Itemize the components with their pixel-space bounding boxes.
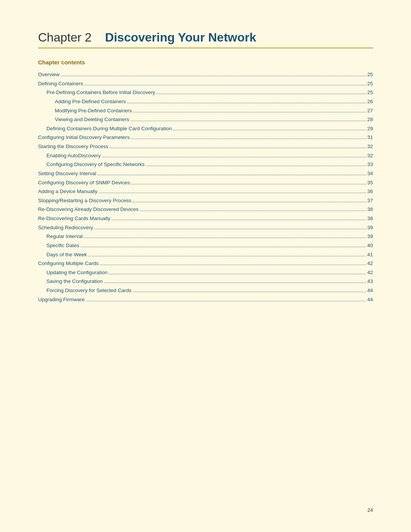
toc-dots <box>140 211 366 211</box>
toc-entry[interactable]: Configuring Initial Discovery Parameters… <box>38 133 373 142</box>
toc-entry-text: Updating the Configuration <box>46 268 108 277</box>
toc-entry[interactable]: Overview25 <box>38 70 373 79</box>
toc-entry[interactable]: Days of the Week41 <box>38 250 373 259</box>
toc-page-number: 33 <box>367 160 373 169</box>
toc-dots <box>110 148 366 148</box>
toc-dots <box>173 130 366 130</box>
toc-dots <box>133 112 366 112</box>
toc-entry-text: Adding Pre-Defined Containers <box>55 97 126 106</box>
toc-page-number: 31 <box>367 133 373 142</box>
toc-dots <box>131 121 366 121</box>
toc-dots <box>112 220 366 220</box>
toc-page-number: 28 <box>367 115 373 124</box>
toc-entry-text: Setting Discovery Interval <box>38 169 96 178</box>
toc-entry-text: Enabling AutoDiscovery <box>46 151 101 160</box>
toc-entry-text: Configuring Multiple Cards <box>38 259 99 268</box>
toc-page-number: 39 <box>367 223 373 232</box>
toc-entry[interactable]: Regular Interval39 <box>38 232 373 241</box>
toc-entry[interactable]: Adding Pre-Defined Containers26 <box>38 97 373 106</box>
chapter-prefix: Chapter 2 <box>38 30 92 44</box>
toc-page-number: 35 <box>367 178 373 187</box>
toc-entry[interactable]: Forcing Discovery for Selected Cards44 <box>38 286 373 295</box>
toc-entry[interactable]: Starting the Discovery Process32 <box>38 142 373 151</box>
toc-entry[interactable]: Upgrading Firmware44 <box>38 295 373 304</box>
toc-dots <box>146 166 366 166</box>
toc-entry-text: Re-Discovering Cards Manually <box>38 214 110 223</box>
toc-dots <box>156 94 366 94</box>
toc-entry-text: Viewing and Deleting Containers <box>55 115 129 124</box>
toc-entry[interactable]: Specific Dates40 <box>38 241 373 250</box>
toc-entry-text: Overview <box>38 70 59 79</box>
toc-page-number: 38 <box>367 214 373 223</box>
toc-entry[interactable]: Re-Discovering Already Discovered Device… <box>38 205 373 214</box>
chapter-divider <box>38 48 373 48</box>
toc-entry[interactable]: Setting Discovery Interval34 <box>38 169 373 178</box>
toc-dots <box>88 256 366 256</box>
toc-entry[interactable]: Scheduling Rediscovery39 <box>38 223 373 232</box>
toc-entry-text: Regular Interval <box>46 232 83 241</box>
chapter-header: Chapter 2 Discovering Your Network <box>38 30 373 45</box>
toc-dots <box>84 238 366 238</box>
page-container: Chapter 2 Discovering Your Network Chapt… <box>0 0 411 334</box>
toc-entry-text: Configuring Discovery of SNMP Devices <box>38 178 130 187</box>
toc-entry[interactable]: Updating the Configuration42 <box>38 268 373 277</box>
toc-page-number: 25 <box>367 79 373 88</box>
chapter-title: Chapter 2 Discovering Your Network <box>38 30 373 45</box>
toc-page-number: 40 <box>367 241 373 250</box>
toc-dots <box>61 76 366 76</box>
toc-page-number: 29 <box>367 124 373 133</box>
toc-entry-text: Forcing Discovery for Selected Cards <box>46 286 132 295</box>
toc-dots <box>131 184 366 184</box>
toc-page-number: 42 <box>367 259 373 268</box>
toc-entry[interactable]: Modifying Pre-Defined Containers27 <box>38 106 373 115</box>
toc-entry[interactable]: Defining Containers During Multiple Card… <box>38 124 373 133</box>
chapter-title-text: Discovering Your Network <box>105 30 256 44</box>
toc-dots <box>99 193 366 193</box>
toc-entry[interactable]: Pre-Defining Containers Before Initial D… <box>38 88 373 97</box>
toc-entry-text: Days of the Week <box>46 250 87 259</box>
toc-dots <box>100 265 366 265</box>
toc-page-number: 36 <box>367 187 373 196</box>
toc-entry-text: Upgrading Firmware <box>38 295 84 304</box>
toc-entry-text: Configuring Initial Discovery Parameters <box>38 133 130 142</box>
toc-entry-text: Defining Containers During Multiple Card… <box>46 124 172 133</box>
toc-dots <box>127 103 366 103</box>
toc-entry[interactable]: Adding a Device Manually36 <box>38 187 373 196</box>
toc-entry[interactable]: Configuring Multiple Cards42 <box>38 259 373 268</box>
toc-entry[interactable]: Viewing and Deleting Containers28 <box>38 115 373 124</box>
toc-page-number: 34 <box>367 169 373 178</box>
toc-entry-text: Scheduling Rediscovery <box>38 223 93 232</box>
toc-entry[interactable]: Enabling AutoDiscovery32 <box>38 151 373 160</box>
toc-dots <box>109 274 366 274</box>
toc-entry[interactable]: Stopping/Restarting a Discovery Process3… <box>38 196 373 205</box>
toc-page-number: 41 <box>367 250 373 259</box>
toc-entry[interactable]: Saving the Configuration43 <box>38 277 373 286</box>
toc-dots <box>94 229 366 229</box>
toc-entry[interactable]: Defining Containers25 <box>38 79 373 88</box>
toc-entry-text: Adding a Device Manually <box>38 187 97 196</box>
toc-page-number: 39 <box>367 232 373 241</box>
toc-entry-text: Modifying Pre-Defined Containers <box>55 106 132 115</box>
table-of-contents: Overview25Defining Containers25Pre-Defin… <box>38 70 373 304</box>
toc-dots <box>104 283 366 283</box>
toc-entry-text: Starting the Discovery Process <box>38 142 108 151</box>
page-number: 24 <box>368 507 373 513</box>
toc-entry-text: Re-Discovering Already Discovered Device… <box>38 205 139 214</box>
toc-page-number: 27 <box>367 106 373 115</box>
toc-entry-text: Stopping/Restarting a Discovery Process <box>38 196 131 205</box>
toc-entry[interactable]: Configuring Discovery of SNMP Devices35 <box>38 178 373 187</box>
toc-entry[interactable]: Configuring Discovery of Specific Networ… <box>38 160 373 169</box>
toc-page-number: 25 <box>367 70 373 79</box>
toc-page-number: 43 <box>367 277 373 286</box>
toc-dots <box>97 175 366 175</box>
toc-dots <box>86 301 366 301</box>
toc-dots <box>133 292 366 292</box>
toc-page-number: 44 <box>367 295 373 304</box>
toc-page-number: 32 <box>367 151 373 160</box>
toc-page-number: 26 <box>367 97 373 106</box>
toc-page-number: 38 <box>367 205 373 214</box>
toc-entry-text: Specific Dates <box>46 241 79 250</box>
toc-dots <box>84 85 366 85</box>
toc-entry[interactable]: Re-Discovering Cards Manually38 <box>38 214 373 223</box>
toc-dots <box>80 247 366 247</box>
